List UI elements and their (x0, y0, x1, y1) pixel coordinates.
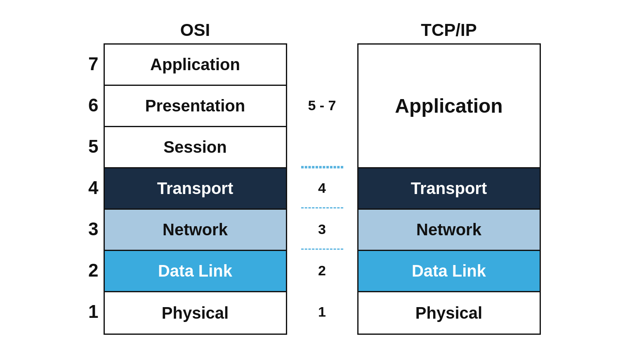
connector-label-1: 1 (318, 304, 326, 320)
connector-label-2: 2 (318, 263, 326, 279)
osi-layer-transport-label: Transport (152, 176, 238, 201)
connector-label-4: 4 (318, 180, 326, 196)
connector-2: 2 (287, 250, 357, 291)
osi-layer-application-label: Application (145, 52, 245, 77)
connector-label-3: 3 (318, 221, 326, 237)
osi-layer-physical-label: Physical (157, 301, 234, 326)
middle-connector-col: 5 - 7 4 3 2 1 (287, 43, 357, 335)
tcpip-numbers-col (541, 43, 570, 335)
osi-layer-application: Application (105, 45, 286, 86)
tcpip-table: Application Transport Network Data Link … (357, 43, 541, 335)
tcpip-layer-physical: Physical (359, 292, 540, 334)
osi-layer-presentation-label: Presentation (140, 93, 250, 118)
connector-3: 3 (287, 208, 357, 250)
tcpip-layer-datalink: Data Link (359, 251, 540, 292)
osi-num-7: 7 (75, 43, 104, 85)
connector-label-5-7: 5 - 7 (308, 97, 336, 114)
tcpip-header: TCP/IP (357, 20, 541, 40)
num-spacer-left (75, 20, 104, 40)
connector-4: 4 (287, 167, 357, 208)
osi-numbers-col: 7 6 5 4 3 2 1 (75, 43, 104, 335)
osi-layer-physical: Physical (105, 292, 286, 334)
diagram-container: OSI TCP/IP 7 6 5 4 3 2 1 Application Pre… (75, 20, 570, 335)
connector-5-7: 5 - 7 (287, 43, 357, 167)
headers-row: OSI TCP/IP (75, 20, 570, 40)
osi-table: Application Presentation Session Transpo… (104, 43, 287, 335)
osi-num-4: 4 (75, 167, 104, 208)
osi-num-5: 5 (75, 126, 104, 167)
osi-layer-transport: Transport (105, 168, 286, 210)
tcpip-layer-datalink-label: Data Link (407, 258, 491, 284)
osi-layer-network: Network (105, 210, 286, 251)
osi-num-6: 6 (75, 85, 104, 126)
osi-layer-datalink: Data Link (105, 251, 286, 292)
diagram-main: 7 6 5 4 3 2 1 Application Presentation S… (75, 43, 570, 335)
tcpip-layer-transport-label: Transport (406, 176, 492, 201)
middle-spacer (287, 20, 357, 40)
tcpip-layer-application-label: Application (390, 91, 507, 121)
tcpip-layer-network: Network (359, 210, 540, 251)
osi-layer-network-label: Network (158, 217, 233, 242)
osi-num-3: 3 (75, 208, 104, 250)
tcpip-layer-application: Application (359, 45, 540, 168)
osi-layer-presentation: Presentation (105, 86, 286, 127)
connector-1: 1 (287, 291, 357, 332)
tcpip-layer-transport: Transport (359, 168, 540, 210)
tcpip-layer-network-label: Network (411, 217, 486, 242)
osi-layer-session: Session (105, 127, 286, 168)
osi-header: OSI (104, 20, 287, 40)
osi-num-1: 1 (75, 291, 104, 332)
tcpip-layer-physical-label: Physical (410, 301, 487, 326)
osi-num-2: 2 (75, 250, 104, 291)
num-spacer-right (541, 20, 570, 40)
osi-layer-datalink-label: Data Link (153, 258, 237, 284)
osi-layer-session-label: Session (158, 135, 231, 160)
